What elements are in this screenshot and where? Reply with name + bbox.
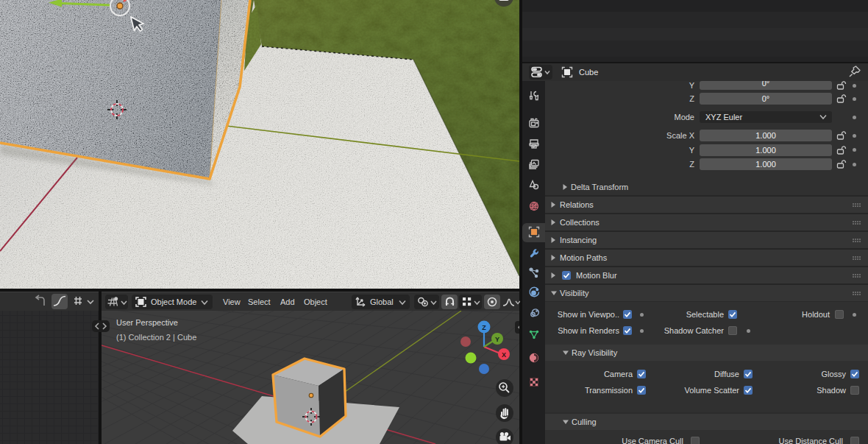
svg-text:Y: Y	[495, 336, 499, 343]
svg-text:Z: Z	[482, 324, 486, 331]
svg-text:X: X	[502, 351, 506, 359]
